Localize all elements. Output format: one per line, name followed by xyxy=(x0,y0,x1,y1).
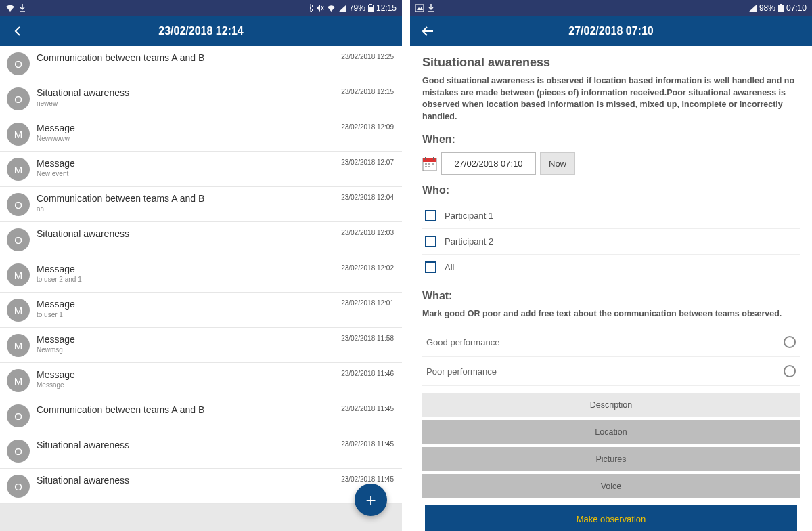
avatar: O xyxy=(7,440,30,463)
list-item[interactable]: MMessageNewwwww23/02/2018 12:09 xyxy=(0,116,402,152)
avatar: M xyxy=(7,299,30,322)
list-item[interactable]: OSituational awareness23/02/2018 11:45 xyxy=(0,469,402,504)
appbar-title: 23/02/2018 12:14 xyxy=(26,25,376,37)
wifi-icon-2 xyxy=(327,5,336,12)
radio-good[interactable] xyxy=(784,336,796,348)
avatar: M xyxy=(7,158,30,181)
list-item-subtitle: Newmsg xyxy=(37,345,336,354)
list-item-subtitle: to user 2 and 1 xyxy=(37,275,336,284)
list-item-time: 23/02/2018 11:58 xyxy=(336,333,394,342)
signal-icon xyxy=(748,5,757,12)
appbar-left: 23/02/2018 12:14 xyxy=(0,16,402,46)
fab-add-button[interactable]: + xyxy=(355,484,387,516)
list-item-title: Message xyxy=(37,263,336,275)
location-button[interactable]: Location xyxy=(422,420,800,444)
bluetooth-icon xyxy=(308,4,313,12)
list-item-subtitle: to user 1 xyxy=(37,310,336,319)
who-item[interactable]: All xyxy=(422,255,800,280)
svg-rect-8 xyxy=(425,157,426,160)
appbar-right: 27/02/2018 07:10 xyxy=(410,16,812,46)
calendar-icon xyxy=(422,156,437,171)
checkbox[interactable] xyxy=(425,261,436,273)
list-item-time: 23/02/2018 12:03 xyxy=(336,228,394,236)
list-item-title: Communication between teams A and B xyxy=(37,192,336,205)
battery-percent: 79% xyxy=(349,3,365,13)
wifi-icon xyxy=(5,4,15,12)
who-item-label: Participant 2 xyxy=(445,236,493,247)
radio-poor-row[interactable]: Poor performance xyxy=(422,357,800,386)
avatar: O xyxy=(7,87,30,110)
list-item[interactable]: OCommunication between teams A and B23/0… xyxy=(0,46,402,81)
form-description: Good situational awareness is observed i… xyxy=(422,75,800,123)
who-item[interactable]: Participant 2 xyxy=(422,229,800,255)
signal-icon xyxy=(338,5,346,12)
list-item-time: 23/02/2018 12:02 xyxy=(336,263,394,272)
list-item-subtitle: aa xyxy=(37,205,336,213)
list-item-title: Message xyxy=(37,298,336,310)
mute-icon xyxy=(316,4,324,12)
status-bar-right: 98% 07:10 xyxy=(410,0,812,16)
appbar-title: 27/02/2018 07:10 xyxy=(436,25,786,37)
list-item-time: 23/02/2018 12:09 xyxy=(336,122,394,131)
who-item-label: All xyxy=(445,262,454,272)
list-item-title: Situational awareness xyxy=(37,439,336,451)
message-list[interactable]: OCommunication between teams A and B23/0… xyxy=(0,46,402,531)
svg-rect-10 xyxy=(425,163,427,165)
pictures-button[interactable]: Pictures xyxy=(422,447,800,471)
battery-percent: 98% xyxy=(759,3,775,13)
list-item-time: 23/02/2018 12:25 xyxy=(336,51,394,60)
list-item[interactable]: MMessageNewmsg23/02/2018 11:58 xyxy=(0,328,402,363)
detail-form: Situational awareness Good situational a… xyxy=(410,46,812,531)
list-item[interactable]: OSituational awareness23/02/2018 12:03 xyxy=(0,222,402,257)
when-label: When: xyxy=(422,133,800,146)
list-item[interactable]: MMessageto user 123/02/2018 12:01 xyxy=(0,293,402,328)
list-item-title: Message xyxy=(37,368,336,381)
battery-icon xyxy=(778,4,784,12)
radio-poor[interactable] xyxy=(784,365,796,377)
right-pane: 98% 07:10 27/02/2018 07:10 Situational a… xyxy=(410,0,812,531)
back-button[interactable] xyxy=(420,23,436,39)
radio-good-row[interactable]: Good performance xyxy=(422,328,800,357)
list-item[interactable]: OSituational awarenessnewew23/02/2018 12… xyxy=(0,81,402,116)
list-item-title: Message xyxy=(37,333,336,345)
list-item-time: 23/02/2018 12:01 xyxy=(336,298,394,307)
list-item-time: 23/02/2018 11:45 xyxy=(336,404,394,412)
battery-icon xyxy=(368,4,374,12)
list-item[interactable]: MMessageMessage23/02/2018 11:46 xyxy=(0,363,402,398)
avatar: O xyxy=(7,404,30,427)
now-button[interactable]: Now xyxy=(540,152,575,175)
status-time: 12:15 xyxy=(376,3,397,13)
svg-rect-14 xyxy=(428,166,430,167)
svg-rect-9 xyxy=(433,157,434,160)
back-button[interactable] xyxy=(9,23,26,39)
who-item[interactable]: Participant 1 xyxy=(422,203,800,229)
list-item-title: Communication between teams A and B xyxy=(37,51,336,64)
list-item[interactable]: OCommunication between teams A and B23/0… xyxy=(0,398,402,433)
avatar: M xyxy=(7,123,30,146)
list-item-time: 23/02/2018 11:45 xyxy=(336,439,394,448)
checkbox[interactable] xyxy=(425,210,436,221)
list-item[interactable]: MMessageto user 2 and 123/02/2018 12:02 xyxy=(0,257,402,293)
status-time: 07:10 xyxy=(786,3,807,13)
checkbox[interactable] xyxy=(425,236,436,247)
make-observation-button[interactable]: Make observation xyxy=(425,505,797,531)
avatar: O xyxy=(7,475,30,498)
list-item-title: Situational awareness xyxy=(37,228,336,240)
description-button[interactable]: Description xyxy=(422,393,800,417)
voice-button[interactable]: Voice xyxy=(422,474,800,498)
who-label: Who: xyxy=(422,184,800,196)
list-item-title: Message xyxy=(37,157,336,169)
datetime-input[interactable] xyxy=(441,152,536,175)
list-item[interactable]: OSituational awareness23/02/2018 11:45 xyxy=(0,433,402,469)
list-item[interactable]: OCommunication between teams A and Baa23… xyxy=(0,187,402,222)
svg-rect-5 xyxy=(780,4,782,5)
list-item-subtitle: Newwwww xyxy=(37,134,336,143)
avatar: O xyxy=(7,228,30,251)
avatar: M xyxy=(7,263,30,286)
left-pane: 79% 12:15 23/02/2018 12:14 OCommunicatio… xyxy=(0,0,402,531)
list-item[interactable]: MMessageNew event23/02/2018 12:07 xyxy=(0,152,402,187)
svg-rect-12 xyxy=(432,163,434,165)
list-item-time: 23/02/2018 12:04 xyxy=(336,192,394,201)
avatar: O xyxy=(7,52,30,75)
image-icon xyxy=(415,4,424,12)
